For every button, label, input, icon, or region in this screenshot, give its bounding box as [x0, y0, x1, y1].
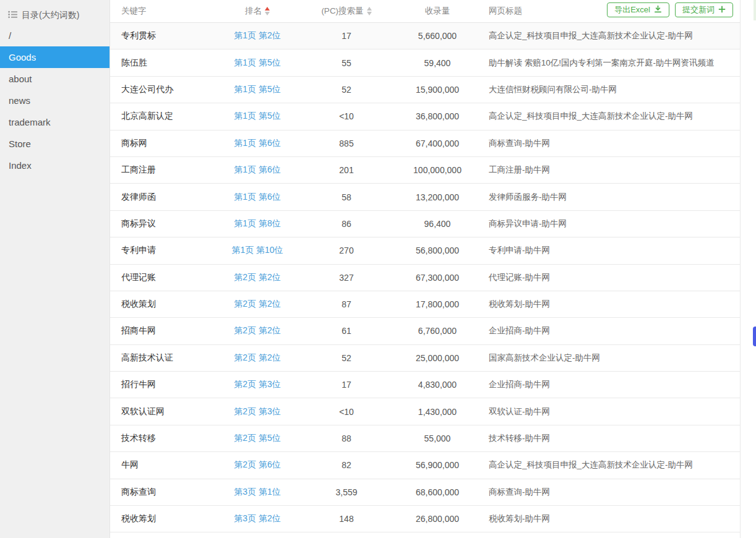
keyword-cell: 专利贯标	[110, 30, 208, 41]
table-body: 专利贯标 第1页 第2位 17 5,660,000 高企认定_科技项目申报_大连…	[110, 23, 740, 532]
rank-link[interactable]: 第1页 第6位	[208, 164, 307, 176]
rank-link[interactable]: 第1页 第5位	[208, 84, 307, 95]
page-title-cell: 助牛解读 索赔10亿!国内专利第一案南京开庭-助牛网资讯频道	[489, 58, 740, 69]
page-title-cell: 专利申请-助牛网	[489, 245, 740, 256]
sort-up-arrow-icon	[367, 7, 372, 11]
table-row: 大连公司代办 第1页 第5位 52 15,900,000 大连信恒财税顾问有限公…	[110, 77, 740, 103]
search-volume-cell: 52	[307, 85, 386, 95]
keyword-cell: 税收筹划	[110, 513, 208, 524]
keyword-cell: 陈伍胜	[110, 58, 208, 69]
search-volume-cell: 3,559	[307, 487, 386, 497]
table-row: 招商牛网 第2页 第2位 61 6,760,000 企业招商-助牛网	[110, 318, 740, 344]
search-volume-cell: 885	[307, 139, 386, 148]
sidebar-title: 目录(大约词数)	[22, 10, 79, 21]
sort-up-arrow-icon	[265, 7, 270, 11]
indexed-count-cell: 5,660,000	[386, 31, 489, 41]
sidebar-item-[interactable]: /	[0, 25, 110, 46]
indexed-count-cell: 36,800,000	[386, 111, 489, 121]
keyword-cell: 高新技术认证	[110, 352, 208, 364]
keyword-cell: 北京高新认定	[110, 111, 208, 122]
sidebar: 目录(大约词数) /GoodsaboutnewstrademarkStoreIn…	[0, 0, 110, 538]
sidebar-item-index[interactable]: Index	[0, 155, 110, 176]
rank-link[interactable]: 第3页 第2位	[208, 513, 307, 524]
sidebar-item-trademark[interactable]: trademark	[0, 111, 110, 133]
keyword-cell: 技术转移	[110, 433, 208, 444]
search-volume-cell: <10	[307, 111, 386, 121]
sort-down-arrow-icon	[367, 12, 372, 15]
sidebar-item-store[interactable]: Store	[0, 133, 110, 155]
column-header-rank[interactable]: 排名	[208, 6, 307, 17]
indexed-count-cell: 13,200,000	[386, 192, 489, 202]
sort-icon-rank[interactable]	[265, 7, 270, 16]
keyword-cell: 商标网	[110, 138, 208, 149]
rank-link[interactable]: 第2页 第5位	[208, 433, 307, 444]
page-title-cell: 商标查询-助牛网	[489, 138, 740, 149]
rank-link[interactable]: 第2页 第2位	[208, 352, 307, 364]
rank-link[interactable]: 第1页 第10位	[208, 245, 307, 256]
indexed-count-cell: 67,400,000	[386, 139, 489, 148]
main-content: 关键字 排名 (PC)搜索量	[110, 0, 756, 538]
page-title-cell: 商标异议申请-助牛网	[489, 218, 740, 229]
search-volume-cell: 87	[307, 299, 386, 309]
sidebar-item-goods[interactable]: Goods	[0, 46, 110, 68]
page-title-cell: 高企认定_科技项目申报_大连高新技术企业认定-助牛网	[489, 111, 740, 122]
indexed-count-cell: 68,600,000	[386, 487, 489, 497]
table-row: 牛网 第2页 第6位 82 56,900,000 高企认定_科技项目申报_大连高…	[110, 452, 740, 479]
search-volume-cell: 270	[307, 246, 386, 255]
page-title-cell: 高企认定_科技项目申报_大连高新技术企业认定-助牛网	[489, 30, 740, 41]
column-header-indexed: 收录量	[386, 6, 489, 17]
rank-link[interactable]: 第2页 第3位	[208, 406, 307, 417]
plus-icon	[718, 6, 726, 15]
page-title-cell: 发律师函服务-助牛网	[489, 192, 740, 203]
table-row: 北京高新认定 第1页 第5位 <10 36,800,000 高企认定_科技项目申…	[110, 103, 740, 130]
sidebar-item-news[interactable]: news	[0, 90, 110, 111]
floating-widget-clipped[interactable]	[753, 327, 756, 346]
indexed-count-cell: 100,000,000	[386, 165, 489, 175]
search-volume-cell: 148	[307, 514, 386, 524]
rank-link[interactable]: 第3页 第1位	[208, 487, 307, 498]
rank-link[interactable]: 第1页 第5位	[208, 111, 307, 122]
page-title-cell: 商标查询-助牛网	[489, 487, 740, 498]
indexed-count-cell: 4,830,000	[386, 380, 489, 390]
search-volume-cell: 55	[307, 58, 386, 68]
page-title-cell: 企业招商-助牛网	[489, 325, 740, 336]
rank-link[interactable]: 第1页 第8位	[208, 218, 307, 229]
clipped-edge-strip	[754, 0, 756, 20]
submit-new-keyword-button[interactable]: 提交新词	[675, 2, 733, 17]
indexed-count-cell: 56,800,000	[386, 246, 489, 255]
table-row: 陈伍胜 第1页 第5位 55 59,400 助牛解读 索赔10亿!国内专利第一案…	[110, 49, 740, 76]
keyword-cell: 牛网	[110, 459, 208, 471]
table-header-row: 关键字 排名 (PC)搜索量	[110, 0, 740, 23]
rank-link[interactable]: 第2页 第2位	[208, 325, 307, 336]
rank-link[interactable]: 第2页 第2位	[208, 299, 307, 310]
indexed-count-cell: 6,760,000	[386, 326, 489, 336]
rank-link[interactable]: 第1页 第6位	[208, 192, 307, 203]
table-row: 商标查询 第3页 第1位 3,559 68,600,000 商标查询-助牛网	[110, 479, 740, 506]
table-row: 代理记账 第2页 第2位 327 67,300,000 代理记账-助牛网	[110, 265, 740, 291]
sidebar-item-about[interactable]: about	[0, 68, 110, 90]
table-row: 税收策划 第2页 第2位 87 17,800,000 税收筹划-助牛网	[110, 291, 740, 318]
table-row: 工商注册 第1页 第6位 201 100,000,000 工商注册-助牛网	[110, 157, 740, 184]
search-volume-cell: 88	[307, 433, 386, 443]
rank-link[interactable]: 第2页 第2位	[208, 272, 307, 283]
keyword-cell: 发律师函	[110, 192, 208, 203]
column-header-search-volume[interactable]: (PC)搜索量	[307, 6, 386, 17]
search-volume-cell: <10	[307, 407, 386, 417]
search-volume-cell: 327	[307, 273, 386, 283]
rank-link[interactable]: 第2页 第6位	[208, 459, 307, 471]
table-row: 专利申请 第1页 第10位 270 56,800,000 专利申请-助牛网	[110, 237, 740, 264]
rank-link[interactable]: 第1页 第5位	[208, 58, 307, 69]
indexed-count-cell: 96,400	[386, 219, 489, 229]
rank-link[interactable]: 第1页 第2位	[208, 30, 307, 41]
keyword-cell: 招行牛网	[110, 379, 208, 390]
header-buttons: 导出Excel 提交新词	[607, 2, 733, 17]
table-row: 商标异议 第1页 第8位 86 96,400 商标异议申请-助牛网	[110, 211, 740, 237]
search-volume-cell: 82	[307, 460, 386, 470]
keyword-cell: 招商牛网	[110, 325, 208, 336]
rank-link[interactable]: 第1页 第6位	[208, 138, 307, 149]
page-title-cell: 企业招商-助牛网	[489, 379, 740, 390]
export-excel-button[interactable]: 导出Excel	[607, 2, 669, 17]
rank-link[interactable]: 第2页 第3位	[208, 379, 307, 390]
sort-icon-search-volume[interactable]	[367, 7, 372, 16]
keyword-table: 关键字 排名 (PC)搜索量	[110, 0, 741, 538]
